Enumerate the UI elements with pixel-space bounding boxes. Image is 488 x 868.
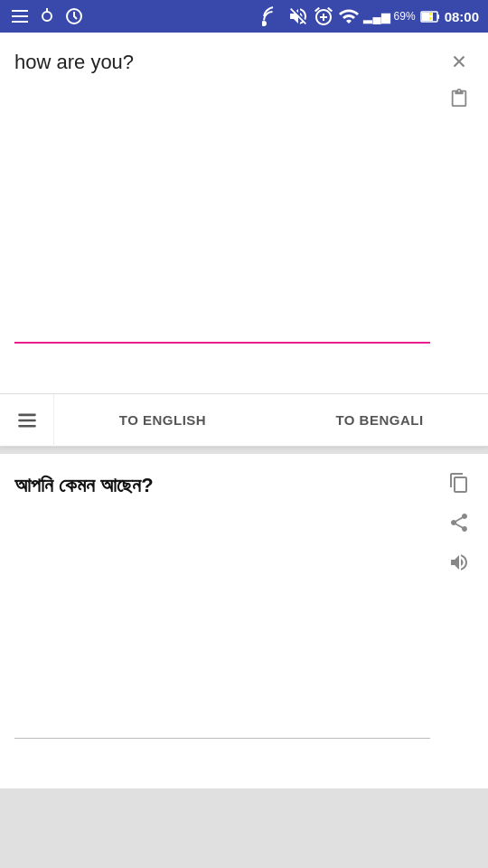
volume-icon [448,552,470,573]
alarm-icon [313,5,334,27]
svg-rect-0 [12,10,28,12]
copy-button[interactable] [445,468,474,497]
svg-rect-8 [422,13,433,21]
share-icon [448,512,470,533]
output-underline [14,738,430,739]
source-text-input[interactable]: how are you? [0,33,488,340]
menu-button[interactable] [0,394,54,447]
speaker-button[interactable] [445,548,474,577]
clipboard-icon [449,88,469,108]
copy-icon [448,472,470,494]
svg-rect-12 [18,413,36,416]
hamburger-icon [15,409,39,432]
share-button[interactable] [445,508,474,537]
signal-bars: ▂▄▆ [363,10,389,24]
menu-icon [9,5,31,27]
clock-icon [63,5,85,27]
close-icon [449,52,469,71]
output-section: আপনি কেমন আছেন? [0,454,488,788]
wifi-icon [338,5,360,27]
time-display: 08:00 [445,9,479,24]
mute-icon [287,5,309,27]
svg-rect-1 [12,15,28,17]
status-bar-left [9,5,85,27]
translated-text: আপনি কেমন আছেন? [0,454,488,509]
status-bar: ▂▄▆ 69% 08:00 [0,0,488,33]
paste-button[interactable] [445,83,474,112]
tab-to-bengali[interactable]: TO BENGALI [271,394,488,447]
input-section: how are you? [0,33,488,394]
android-icon [36,5,58,27]
clear-button[interactable] [445,47,474,76]
svg-rect-14 [18,424,36,427]
svg-rect-9 [437,14,439,19]
cast-icon [262,5,284,27]
battery-percentage: 69% [394,10,416,23]
input-underline [14,342,430,344]
svg-point-3 [42,12,52,21]
svg-point-6 [262,22,266,25]
language-bar: TO ENGLISH TO BENGALI [0,394,488,447]
status-bar-right: ▂▄▆ 69% 08:00 [262,5,479,27]
battery-icon [419,5,441,27]
svg-rect-13 [18,419,36,421]
svg-rect-2 [12,21,28,23]
tab-to-english[interactable]: TO ENGLISH [54,394,271,447]
